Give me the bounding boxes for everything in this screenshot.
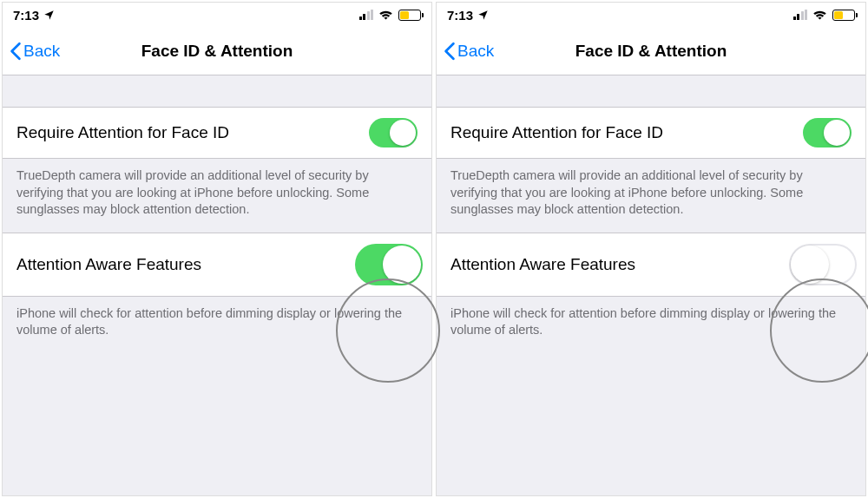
attention-aware-footer: iPhone will check for attention before d… [437, 297, 865, 353]
phone-screen-left: 7:13 Back Face ID & Attention Require At… [2, 2, 432, 496]
status-time: 7:13 [13, 8, 39, 23]
signal-icon [359, 10, 374, 20]
chevron-left-icon [444, 42, 456, 61]
back-button[interactable]: Back [437, 42, 494, 61]
require-attention-label: Require Attention for Face ID [16, 123, 229, 142]
battery-icon [832, 10, 855, 21]
nav-bar: Back Face ID & Attention [3, 27, 431, 75]
location-arrow-icon [477, 10, 489, 21]
attention-aware-toggle[interactable] [355, 244, 423, 285]
chevron-left-icon [10, 42, 22, 61]
require-attention-toggle[interactable] [803, 118, 852, 147]
status-bar: 7:13 [437, 3, 865, 27]
require-attention-footer: TrueDepth camera will provide an additio… [437, 159, 865, 233]
wifi-icon [378, 10, 393, 21]
attention-aware-toggle[interactable] [789, 244, 857, 285]
back-label: Back [23, 42, 60, 61]
attention-aware-row: Attention Aware Features [437, 233, 865, 297]
status-bar: 7:13 [3, 3, 431, 27]
signal-icon [793, 10, 808, 20]
status-time: 7:13 [447, 8, 473, 23]
attention-aware-label: Attention Aware Features [16, 255, 201, 274]
wifi-icon [812, 10, 827, 21]
back-label: Back [457, 42, 494, 61]
require-attention-row: Require Attention for Face ID [437, 107, 865, 159]
nav-bar: Back Face ID & Attention [437, 27, 865, 75]
attention-aware-row: Attention Aware Features [3, 233, 431, 297]
location-arrow-icon [43, 10, 55, 21]
page-title: Face ID & Attention [141, 42, 293, 61]
require-attention-row: Require Attention for Face ID [3, 107, 431, 159]
battery-icon [398, 10, 421, 21]
page-title: Face ID & Attention [575, 42, 727, 61]
require-attention-label: Require Attention for Face ID [450, 123, 663, 142]
require-attention-toggle[interactable] [369, 118, 418, 147]
require-attention-footer: TrueDepth camera will provide an additio… [3, 159, 431, 233]
attention-aware-label: Attention Aware Features [450, 255, 635, 274]
back-button[interactable]: Back [3, 42, 60, 61]
attention-aware-footer: iPhone will check for attention before d… [3, 297, 431, 353]
phone-screen-right: 7:13 Back Face ID & Attention Require At… [436, 2, 866, 496]
